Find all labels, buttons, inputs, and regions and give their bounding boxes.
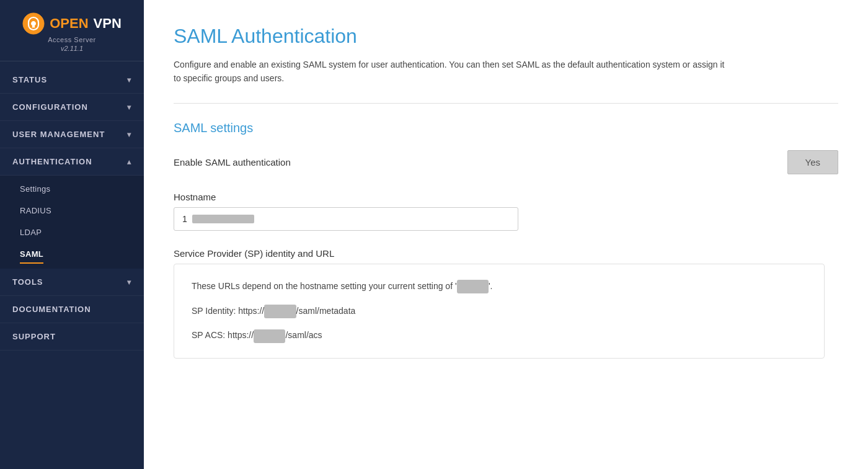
- sidebar-label-support: SUPPORT: [12, 332, 56, 341]
- hostname-label: Hostname: [174, 192, 838, 202]
- auth-sub-settings[interactable]: Settings: [0, 178, 144, 200]
- main-content: SAML Authentication Configure and enable…: [144, 0, 868, 469]
- logo-vpn: VPN: [94, 16, 122, 32]
- enable-saml-row: Enable SAML authentication Yes: [174, 150, 838, 174]
- sp-info-text-after: '.: [489, 281, 493, 291]
- chevron-user-management-icon: ▾: [127, 130, 131, 139]
- auth-sub-radius-label[interactable]: RADIUS: [20, 202, 131, 219]
- logo-row: OPENVPN: [22, 12, 122, 35]
- sp-info-box: These URLs depend on the hostname settin…: [174, 264, 825, 359]
- section-divider: [174, 103, 838, 104]
- sp-acs-line: SP ACS: https:// /saml/acs: [192, 328, 807, 343]
- logo-sub: Access Server: [48, 36, 95, 43]
- sidebar-label-user-management: USER MANAGEMENT: [12, 130, 105, 139]
- sp-acs-suffix: /saml/acs: [285, 330, 322, 340]
- auth-sub-radius[interactable]: RADIUS: [0, 200, 144, 221]
- chevron-status-icon: ▾: [127, 76, 131, 84]
- sp-info-text-before: These URLs depend on the hostname settin…: [192, 281, 457, 291]
- logo-version: v2.11.1: [61, 45, 83, 52]
- enable-saml-toggle[interactable]: Yes: [787, 150, 838, 174]
- auth-sub-saml-label[interactable]: SAML: [20, 246, 43, 264]
- sidebar-label-tools: TOOLS: [12, 277, 43, 287]
- auth-sub-saml[interactable]: SAML: [0, 243, 144, 266]
- sidebar-item-status[interactable]: STATUS ▾: [0, 66, 144, 94]
- sidebar-label-configuration: CONFIGURATION: [12, 102, 88, 112]
- enable-saml-label: Enable SAML authentication: [174, 157, 291, 168]
- hostname-group: Hostname 1: [174, 192, 838, 231]
- sidebar-item-user-management[interactable]: USER MANAGEMENT ▾: [0, 121, 144, 148]
- sp-identity-redacted: [264, 305, 296, 318]
- sidebar-label-authentication: AUTHENTICATION: [12, 157, 92, 166]
- sp-identity-prefix: SP Identity: https://: [192, 306, 264, 316]
- sidebar-item-authentication[interactable]: AUTHENTICATION ▴: [0, 148, 144, 176]
- sidebar-navigation: STATUS ▾ CONFIGURATION ▾ USER MANAGEMENT…: [0, 61, 144, 469]
- chevron-configuration-icon: ▾: [127, 103, 131, 112]
- sp-identity-suffix: /saml/metadata: [296, 306, 356, 316]
- logo-area: OPENVPN Access Server v2.11.1: [0, 0, 144, 61]
- sidebar-item-documentation[interactable]: DOCUMENTATION: [0, 296, 144, 323]
- chevron-tools-icon: ▾: [127, 278, 131, 287]
- auth-sub-ldap-label[interactable]: LDAP: [20, 224, 131, 241]
- sidebar-item-tools[interactable]: TOOLS ▾: [0, 269, 144, 296]
- openvpn-logo-icon: [22, 12, 45, 35]
- auth-sub-settings-label[interactable]: Settings: [20, 181, 131, 197]
- sp-acs-redacted: [254, 329, 285, 343]
- sidebar-item-support[interactable]: SUPPORT: [0, 323, 144, 351]
- sidebar: OPENVPN Access Server v2.11.1 STATUS ▾ C…: [0, 0, 144, 469]
- sp-section-label: Service Provider (SP) identity and URL: [174, 248, 838, 259]
- hostname-input[interactable]: [174, 207, 518, 231]
- sp-acs-prefix: SP ACS: https://: [192, 330, 254, 340]
- sp-group: Service Provider (SP) identity and URL T…: [174, 248, 838, 359]
- sidebar-label-documentation: DOCUMENTATION: [12, 305, 91, 314]
- sidebar-item-configuration[interactable]: CONFIGURATION ▾: [0, 94, 144, 121]
- auth-sub-ldap[interactable]: LDAP: [0, 221, 144, 243]
- authentication-sub-menu: Settings RADIUS LDAP SAML: [0, 176, 144, 269]
- sp-info-text: These URLs depend on the hostname settin…: [192, 279, 807, 294]
- sp-identity-line: SP Identity: https:// /saml/metadata: [192, 304, 807, 319]
- logo-open: OPEN: [50, 16, 88, 32]
- page-description: Configure and enable an existing SAML sy…: [174, 58, 732, 86]
- sidebar-label-status: STATUS: [12, 75, 47, 84]
- page-title: SAML Authentication: [174, 25, 838, 48]
- chevron-authentication-icon: ▴: [127, 158, 131, 166]
- saml-settings-title: SAML settings: [174, 121, 838, 135]
- sp-info-redacted: [457, 280, 489, 293]
